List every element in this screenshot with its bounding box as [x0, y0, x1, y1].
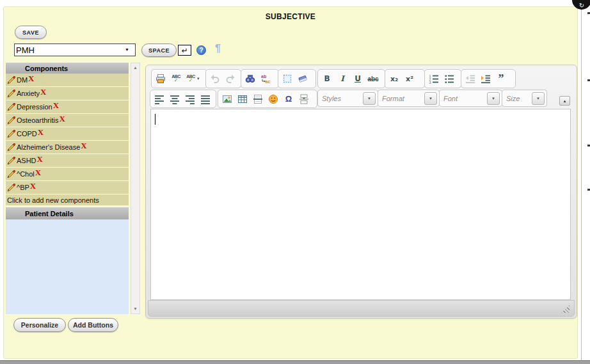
justify-button[interactable]	[198, 91, 213, 107]
corner-arrow-icon: ↻	[579, 2, 584, 9]
font-combo-label: Font	[443, 95, 458, 102]
browser-scrollbar-track[interactable]	[581, 0, 590, 360]
delete-x-icon[interactable]: X	[37, 154, 43, 164]
align-left-button[interactable]	[152, 91, 167, 107]
text-caret	[155, 114, 155, 125]
scroll-up-icon[interactable]: ▲	[131, 64, 140, 72]
resize-grip-icon[interactable]	[561, 305, 570, 313]
add-component-row[interactable]: Click to add new components	[6, 194, 129, 205]
italic-button[interactable]: I	[335, 71, 350, 87]
justify-icon	[200, 94, 211, 104]
undo-button[interactable]	[207, 71, 223, 87]
superscript-button[interactable]: x²	[402, 71, 417, 87]
add-buttons-button[interactable]: Add Buttons	[68, 318, 118, 332]
outdent-button[interactable]	[463, 71, 478, 87]
component-row-depression[interactable]: Depression X	[6, 100, 129, 113]
component-label: Alzheimer's Disease	[17, 143, 80, 151]
bold-button[interactable]: B	[319, 71, 335, 87]
align-left-icon	[154, 94, 164, 104]
delete-x-icon[interactable]: X	[59, 114, 65, 124]
horizontal-rule-button[interactable]	[250, 91, 266, 107]
scrollbar-marker	[587, 189, 590, 191]
delete-x-icon[interactable]: X	[38, 127, 44, 138]
italic-icon: I	[340, 74, 344, 83]
component-row-bp[interactable]: ^BP X	[6, 181, 129, 194]
delete-x-icon[interactable]: X	[28, 74, 34, 84]
indent-icon	[481, 74, 491, 84]
pencil-icon[interactable]	[7, 130, 15, 138]
remove-format-button[interactable]	[295, 71, 310, 87]
component-row-osteoarthritis[interactable]: Osteoarthritis X	[6, 114, 129, 127]
component-row-copd[interactable]: COPD X	[6, 127, 129, 140]
component-label: DM	[17, 76, 28, 84]
spellcheck-button[interactable]: ABC ✓	[168, 71, 184, 87]
pencil-icon[interactable]	[7, 157, 15, 165]
redo-icon	[225, 74, 235, 84]
pencil-icon[interactable]	[7, 184, 15, 192]
insert-table-button[interactable]	[235, 91, 250, 107]
save-button[interactable]: SAVE	[15, 26, 47, 39]
special-char-button[interactable]: Ω	[281, 91, 296, 107]
insert-image-button[interactable]	[219, 91, 235, 107]
smiley-button[interactable]	[266, 91, 281, 107]
enter-toggle-button[interactable]: ↵	[178, 45, 191, 56]
component-row-anxiety[interactable]: Anxiety X	[6, 87, 129, 100]
size-combo[interactable]: Size ▼	[502, 90, 547, 107]
styles-combo-arrow-icon: ▼	[363, 92, 376, 105]
space-button[interactable]: SPACE	[141, 44, 177, 57]
print-icon	[155, 74, 166, 84]
pencil-icon[interactable]	[7, 76, 15, 84]
components-scrollbar[interactable]: ▲ ▼	[131, 63, 140, 314]
delete-x-icon[interactable]: X	[40, 87, 46, 97]
underline-button[interactable]: U	[350, 71, 365, 87]
toolbar-group-select	[278, 69, 316, 88]
find-button[interactable]	[243, 71, 258, 87]
pencil-icon[interactable]	[7, 90, 15, 98]
personalize-button[interactable]: Personalize	[13, 318, 66, 332]
styles-combo[interactable]: Styles ▼	[317, 90, 378, 107]
delete-x-icon[interactable]: X	[53, 100, 59, 111]
toolbar-group-basicstyles: B I U abc	[317, 69, 385, 88]
pilcrow-icon[interactable]: ¶	[215, 43, 221, 54]
smiley-icon	[268, 94, 278, 104]
page-break-button[interactable]	[296, 91, 312, 107]
bulleted-list-button[interactable]	[442, 71, 457, 87]
subscript-button[interactable]: x₂	[387, 71, 402, 87]
numbered-list-button[interactable]: 123	[426, 71, 442, 87]
select-all-button[interactable]	[280, 71, 295, 87]
collapse-arrow-icon: ▲	[563, 99, 567, 103]
delete-x-icon[interactable]: X	[35, 168, 41, 178]
align-center-button[interactable]	[167, 91, 182, 107]
component-row-chol[interactable]: ^Chol X	[6, 168, 129, 180]
indent-button[interactable]	[478, 71, 493, 87]
blockquote-button[interactable]: ”	[493, 71, 509, 87]
template-select[interactable]: PMH	[14, 44, 136, 56]
pencil-icon[interactable]	[7, 170, 15, 178]
strikethrough-button[interactable]: abc	[365, 71, 381, 87]
svg-text:ac: ac	[266, 79, 271, 84]
size-combo-arrow-icon: ▼	[532, 92, 545, 105]
blockquote-icon: ”	[498, 75, 504, 82]
scayt-button[interactable]: ABC ✓ ▼	[184, 71, 203, 87]
scroll-down-icon[interactable]: ▼	[131, 305, 140, 313]
font-combo-arrow-icon: ▼	[487, 92, 500, 105]
print-button[interactable]	[153, 71, 168, 87]
delete-x-icon[interactable]: X	[30, 181, 36, 191]
redo-button[interactable]	[223, 71, 238, 87]
pencil-icon[interactable]	[7, 103, 15, 111]
align-right-button[interactable]	[182, 91, 198, 107]
pencil-icon[interactable]	[7, 116, 15, 125]
collapse-toolbar-button[interactable]: ▲	[559, 96, 570, 106]
table-icon	[237, 94, 248, 104]
font-combo[interactable]: Font ▼	[439, 90, 502, 107]
component-row-dm[interactable]: DM X	[6, 74, 129, 86]
delete-x-icon[interactable]: X	[81, 141, 86, 151]
component-row-ashd[interactable]: ASHD X	[6, 154, 129, 167]
format-combo[interactable]: Format ▼	[378, 90, 440, 107]
replace-button[interactable]: abac	[258, 71, 273, 87]
editor-content-area[interactable]	[150, 109, 571, 300]
component-row-alzheimers[interactable]: Alzheimer's Disease X	[6, 141, 129, 154]
format-combo-label: Format	[382, 95, 404, 102]
help-button[interactable]: ?	[196, 45, 206, 55]
pencil-icon[interactable]	[7, 143, 15, 152]
